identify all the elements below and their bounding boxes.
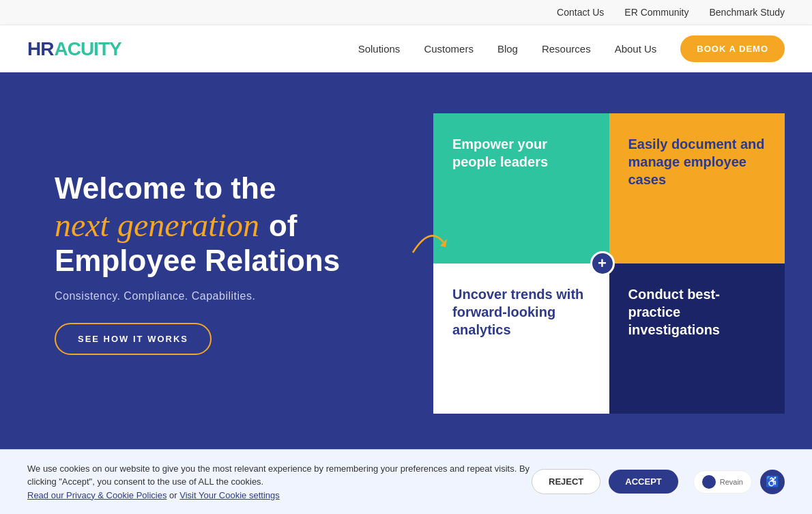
arrow-decoration [406,218,447,259]
see-how-it-works-button[interactable]: SEE HOW IT WORKS [55,323,212,355]
logo[interactable]: HRACUITY [27,38,121,60]
hero-script-text: next generation [55,205,259,245]
hero-section: Welcome to the next generation of Employ… [0,72,812,455]
hero-of-text: of [269,209,298,243]
er-community-link[interactable]: ER Community [624,7,688,18]
contact-us-link[interactable]: Contact Us [557,7,604,18]
logo-text: HRACUITY [27,38,121,60]
nav-about-us[interactable]: About Us [615,43,657,55]
nav-blog[interactable]: Blog [497,43,518,55]
cookie-banner: We use cookies on our website to give yo… [0,449,812,455]
top-bar: Contact Us ER Community Benchmark Study [0,0,812,25]
book-demo-button[interactable]: BOOK A DEMO [680,35,785,62]
nav-customers[interactable]: Customers [424,43,474,55]
card-investigations: Conduct best-practice investigations [609,263,785,414]
nav-solutions[interactable]: Solutions [358,43,401,55]
main-nav: HRACUITY Solutions Customers Blog Resour… [0,25,812,72]
hero-left: Welcome to the next generation of Employ… [55,172,420,354]
card-document: Easily document and manage employee case… [609,113,785,263]
hero-title-script-line: next generation of [55,205,420,245]
hero-title-bottom: Employee Relations [55,244,420,277]
hero-right-cards: Empower your people leaders Easily docum… [420,113,785,414]
nav-links: Solutions Customers Blog Resources About… [358,35,785,62]
plus-connector-icon: + [590,251,615,276]
benchmark-study-link[interactable]: Benchmark Study [710,7,785,18]
card-empower: Empower your people leaders [433,113,609,263]
hero-title-top: Welcome to the [55,172,420,205]
hero-subtitle: Consistency. Compliance. Capabilities. [55,290,420,302]
nav-resources[interactable]: Resources [542,43,591,55]
card-analytics: Uncover trends with forward-looking anal… [433,263,609,414]
